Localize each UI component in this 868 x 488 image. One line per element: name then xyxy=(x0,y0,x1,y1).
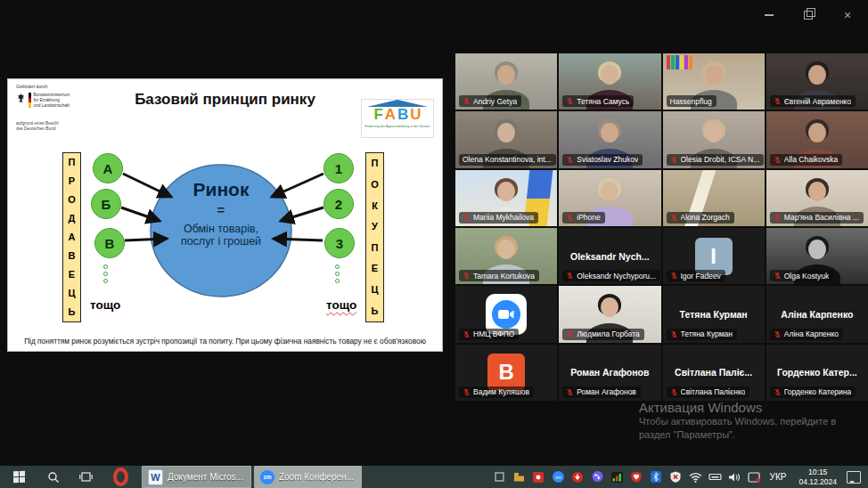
more-dots-left xyxy=(103,264,108,283)
participant-tile[interactable]: НМЦ ВФПО xyxy=(455,286,557,342)
windows-activation-watermark: Активация Windows Чтобы активировать Win… xyxy=(639,400,836,442)
mic-muted-icon xyxy=(670,272,678,280)
more-dots-right xyxy=(335,264,340,283)
window-controls: × xyxy=(759,7,861,23)
participant-tile[interactable]: Alla Chaikovska xyxy=(766,111,868,167)
word-icon: W xyxy=(148,469,163,485)
antivirus-icon[interactable] xyxy=(630,470,643,484)
participant-name-label: НМЦ ВФПО xyxy=(459,329,519,340)
mic-muted-icon xyxy=(566,388,574,396)
taskbar-app-word[interactable]: WДокумент Micros... xyxy=(142,466,251,488)
participant-tile[interactable]: Світлана Паліє... Світлана Палієнко xyxy=(663,345,765,401)
participant-name-label: Аліна Карпенко xyxy=(770,329,843,340)
viber-icon[interactable] xyxy=(591,470,604,484)
tablet-notification-icon[interactable] xyxy=(748,470,761,484)
participant-tile[interactable]: Тетяна Самусь xyxy=(559,53,660,110)
demand-node: 1 xyxy=(323,153,354,183)
participant-tile[interactable]: Alona Zorgach xyxy=(663,170,765,226)
mic-muted-icon xyxy=(566,97,574,105)
participant-name-label: Olesia Drobit, ICSA N... xyxy=(667,154,765,166)
participant-tile[interactable]: Горденко Катер... Горденко Катерина xyxy=(766,345,868,401)
taskbar: WДокумент Micros...zmZoom Конферен... zm… xyxy=(0,466,868,488)
slide-caption: Під поняттям ринок розуміється зустріч п… xyxy=(19,337,431,346)
net-meter-icon[interactable] xyxy=(610,470,624,484)
participant-name-label: Alona Zorgach xyxy=(667,212,734,224)
system-tray: zm УКР 10:15 04.12.2024 xyxy=(493,468,868,486)
participant-name-label: Людмила Горбата xyxy=(562,329,644,340)
participant-tile[interactable]: Аліна Карпенко Аліна Карпенко xyxy=(766,286,868,342)
participant-tile[interactable]: Tamara Kortukova xyxy=(455,228,557,284)
zoom-icon: zm xyxy=(260,470,274,484)
participant-tile[interactable]: Тетяна Курман Тетяна Курман xyxy=(663,286,765,342)
volume-icon[interactable] xyxy=(728,470,741,484)
security-alert-icon[interactable] xyxy=(669,470,683,484)
folder-icon[interactable] xyxy=(512,470,526,484)
participant-name-label: Тетяна Курман xyxy=(667,329,738,340)
participant-name-label: Світлана Палієнко xyxy=(667,386,750,398)
participant-name-label: Євгеній Авраменко xyxy=(770,95,856,107)
start-button[interactable] xyxy=(0,466,37,488)
participant-tile[interactable]: Роман Агафонов Роман Агафонов xyxy=(559,345,660,401)
download-manager-icon[interactable] xyxy=(571,470,585,484)
recorder-icon[interactable] xyxy=(532,470,545,484)
bluetooth-icon[interactable] xyxy=(650,470,663,484)
mic-muted-icon xyxy=(774,388,782,396)
hidden-icons-icon[interactable] xyxy=(493,470,506,484)
participant-tile[interactable]: Olena Konstantinova, int... xyxy=(455,111,557,167)
participant-tile[interactable]: Євгеній Авраменко xyxy=(766,53,868,110)
taskbar-clock[interactable]: 10:15 04.12.2024 xyxy=(795,468,840,486)
camera-icon xyxy=(498,309,514,320)
participant-tile[interactable]: iPhone xyxy=(559,170,660,226)
participant-tile[interactable]: Olesia Drobit, ICSA N... xyxy=(663,111,765,167)
svg-text:zm: zm xyxy=(555,475,561,480)
participant-tile[interactable]: В Вадим Куляшов xyxy=(455,345,557,401)
participant-name-label: Olga Kostyuk xyxy=(770,270,834,281)
supply-node: А xyxy=(93,153,123,183)
participant-tile[interactable]: Sviatoslav Zhukov xyxy=(559,111,660,167)
mic-muted-icon xyxy=(774,272,782,280)
etc-label-right: тощо xyxy=(326,298,356,312)
ethernet-icon[interactable] xyxy=(708,470,722,484)
task-view-icon xyxy=(79,471,93,483)
zoom-meeting-window: × Gefördert durch: Bundesministerium für… xyxy=(0,0,868,488)
minimize-button[interactable] xyxy=(759,7,779,23)
opera-taskbar-button[interactable] xyxy=(102,466,139,488)
participant-tile[interactable]: I Igor Fadeev xyxy=(663,228,765,284)
mic-muted-icon xyxy=(670,214,678,222)
participant-grid: Andriy Getya Тетяна Самусь Hassenpflug Є… xyxy=(455,53,868,401)
task-view-button[interactable] xyxy=(70,466,102,488)
participant-name-label: Hassenpflug xyxy=(667,95,717,107)
wifi-icon[interactable] xyxy=(689,470,702,484)
participant-name-label: Sviatoslav Zhukov xyxy=(562,154,643,166)
action-center-icon[interactable] xyxy=(847,471,861,484)
taskbar-app-zoom[interactable]: zmZoom Конферен... xyxy=(254,466,362,488)
participant-name-label: Igor Fadeev xyxy=(667,270,725,281)
supply-node: В xyxy=(94,228,125,258)
participant-name-label: Oleksandr Nychyporu... xyxy=(562,270,660,281)
participant-tile[interactable]: Hassenpflug xyxy=(663,53,765,110)
mic-muted-icon xyxy=(463,330,471,338)
mic-muted-icon xyxy=(670,388,678,396)
language-indicator[interactable]: УКР xyxy=(767,472,790,482)
mic-muted-icon xyxy=(463,214,471,222)
participant-tile[interactable]: Olga Kostyuk xyxy=(766,228,868,284)
zoom-tray-icon[interactable]: zm xyxy=(552,470,565,484)
mic-muted-icon xyxy=(670,330,678,338)
mic-muted-icon xyxy=(774,214,782,222)
restore-button[interactable] xyxy=(798,7,818,23)
participant-tile[interactable]: Oleksandr Nych... Oleksandr Nychyporu... xyxy=(559,228,660,284)
close-button[interactable]: × xyxy=(838,7,857,23)
participant-tile[interactable]: Людмила Горбата xyxy=(559,286,660,342)
mic-muted-icon xyxy=(566,156,574,164)
mic-muted-icon xyxy=(463,272,471,280)
market-ellipse-text: Ринок = Обмін товарів, послуг і грошей xyxy=(151,179,291,248)
participant-tile[interactable]: Andriy Getya xyxy=(455,53,557,110)
participant-name-label: iPhone xyxy=(562,212,604,224)
participant-name-label: Тетяна Самусь xyxy=(562,95,634,107)
participant-tile[interactable]: Мар'яна Василівна ... xyxy=(766,170,868,226)
demand-node: 3 xyxy=(324,228,355,258)
demand-node: 2 xyxy=(323,189,354,219)
search-button[interactable] xyxy=(37,466,70,488)
shared-screen-slide: Gefördert durch: Bundesministerium für E… xyxy=(7,78,443,352)
participant-tile[interactable]: Mariia Mykhailova xyxy=(455,170,557,226)
